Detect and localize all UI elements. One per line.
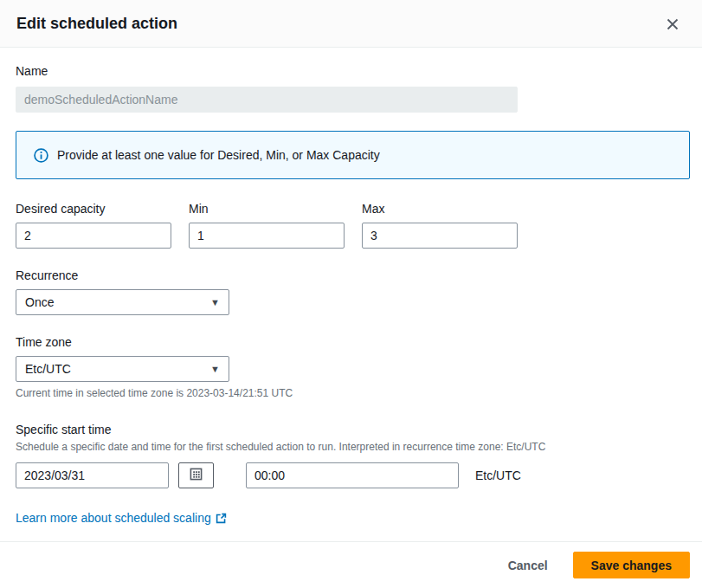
chevron-down-icon: ▼ bbox=[210, 365, 220, 374]
recurrence-select[interactable]: Once ▼ bbox=[16, 289, 229, 315]
max-capacity-group: Max bbox=[362, 201, 518, 249]
name-field-group: Name bbox=[16, 63, 686, 113]
timezone-selected-value: Etc/UTC bbox=[25, 362, 71, 376]
start-time-section: Specific start time Schedule a specific … bbox=[16, 422, 686, 488]
modal-title: Edit scheduled action bbox=[16, 15, 177, 33]
external-link-icon bbox=[216, 513, 227, 524]
calendar-icon bbox=[190, 468, 203, 483]
modal-footer: Cancel Save changes bbox=[0, 541, 702, 588]
close-button[interactable] bbox=[660, 16, 685, 33]
start-time-timezone-text: Etc/UTC bbox=[475, 468, 521, 482]
learn-more-link-label: Learn more about scheduled scaling bbox=[16, 511, 211, 525]
modal-header: Edit scheduled action bbox=[0, 0, 702, 48]
desired-capacity-input[interactable] bbox=[16, 223, 171, 249]
start-time-input[interactable] bbox=[246, 462, 459, 488]
max-label: Max bbox=[362, 201, 518, 217]
info-alert-text: Provide at least one value for Desired, … bbox=[57, 148, 380, 162]
start-time-description: Schedule a specific date and time for th… bbox=[16, 441, 686, 454]
timezone-select[interactable]: Etc/UTC ▼ bbox=[16, 356, 229, 382]
max-input[interactable] bbox=[362, 223, 518, 249]
recurrence-label: Recurrence bbox=[16, 268, 686, 284]
name-label: Name bbox=[16, 63, 686, 80]
start-time-label: Specific start time bbox=[16, 422, 686, 438]
timezone-label: Time zone bbox=[16, 334, 686, 351]
save-changes-button[interactable]: Save changes bbox=[573, 552, 690, 578]
modal-body: Name Provide at least one value for Desi… bbox=[0, 48, 702, 541]
close-x-icon bbox=[666, 17, 679, 31]
recurrence-selected-value: Once bbox=[25, 295, 54, 309]
cancel-button[interactable]: Cancel bbox=[506, 553, 550, 578]
chevron-down-icon: ▼ bbox=[210, 298, 220, 307]
capacity-row: Desired capacity Min Max bbox=[16, 201, 686, 249]
start-date-input[interactable] bbox=[16, 462, 169, 488]
info-circle-icon bbox=[34, 148, 48, 163]
desired-capacity-group: Desired capacity bbox=[16, 201, 171, 249]
learn-more-link[interactable]: Learn more about scheduled scaling bbox=[16, 511, 227, 525]
timezone-group: Time zone Etc/UTC ▼ Current time in sele… bbox=[16, 334, 686, 400]
calendar-picker-button[interactable] bbox=[178, 462, 214, 488]
name-input bbox=[16, 87, 518, 113]
min-capacity-group: Min bbox=[189, 201, 345, 249]
min-input[interactable] bbox=[189, 223, 345, 249]
desired-capacity-label: Desired capacity bbox=[16, 201, 171, 217]
timezone-helper-text: Current time in selected time zone is 20… bbox=[16, 387, 686, 400]
min-label: Min bbox=[189, 201, 345, 217]
info-alert: Provide at least one value for Desired, … bbox=[16, 131, 690, 179]
recurrence-group: Recurrence Once ▼ bbox=[16, 268, 686, 315]
